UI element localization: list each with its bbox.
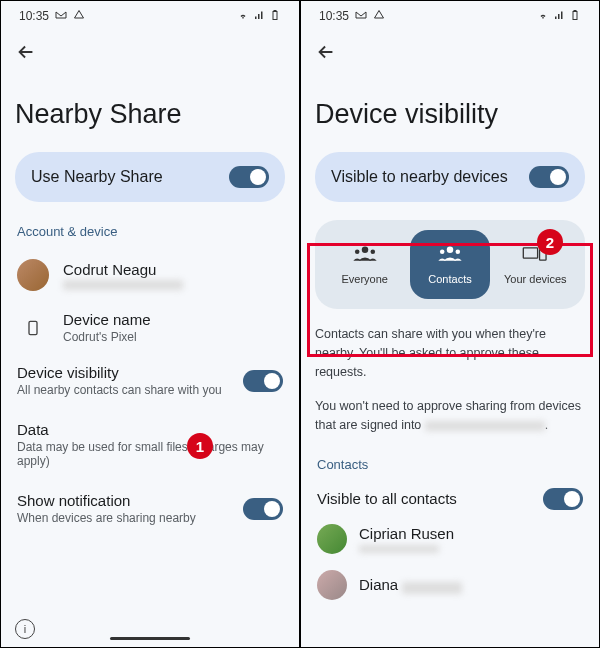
contact-name-prefix: Diana (359, 576, 402, 593)
svg-rect-1 (274, 10, 276, 11)
phone-right: 10:35 Device visibility Visible to nearb… (300, 0, 600, 648)
phone-left: 10:35 Nearby Share Use Nearby Share (0, 0, 300, 648)
drive-icon (73, 9, 85, 24)
status-time: 10:35 (19, 9, 49, 23)
device-visibility-toggle[interactable] (243, 370, 283, 392)
visible-all-contacts-toggle[interactable] (543, 488, 583, 510)
visible-all-contacts-row[interactable]: Visible to all contacts (315, 482, 585, 516)
signal-icon (553, 9, 565, 24)
contact-name-hidden (402, 582, 462, 594)
section-account-device: Account & device (17, 224, 285, 239)
gmail-icon (355, 9, 367, 24)
callout-2: 2 (537, 229, 563, 255)
use-nearby-share-toggle-card[interactable]: Use Nearby Share (15, 152, 285, 202)
svg-rect-3 (573, 11, 577, 19)
account-avatar (17, 259, 49, 291)
data-title: Data (17, 421, 273, 438)
account-email-hidden (63, 280, 183, 290)
account-hidden (425, 421, 545, 431)
page-title: Device visibility (315, 99, 585, 130)
visible-nearby-toggle-card[interactable]: Visible to nearby devices (315, 152, 585, 202)
svg-rect-2 (29, 321, 37, 334)
toggle-label: Visible to nearby devices (331, 168, 508, 186)
device-name-label: Device name (63, 311, 283, 328)
callout-1: 1 (187, 433, 213, 459)
svg-rect-4 (574, 10, 576, 11)
contact-avatar (317, 524, 347, 554)
device-name-value: Codrut's Pixel (63, 330, 283, 344)
visible-nearby-toggle[interactable] (529, 166, 569, 188)
wifi-icon (537, 9, 549, 24)
battery-icon (269, 9, 281, 24)
svg-rect-0 (273, 11, 277, 19)
contact-avatar (317, 570, 347, 600)
notification-row[interactable]: Show notification When devices are shari… (15, 478, 285, 535)
contact-name: Diana (359, 576, 462, 594)
back-button[interactable] (315, 41, 339, 69)
notification-toggle[interactable] (243, 498, 283, 520)
nav-home-pill[interactable] (110, 637, 190, 640)
phone-icon (17, 312, 49, 344)
device-visibility-title: Device visibility (17, 364, 233, 381)
status-time: 10:35 (319, 9, 349, 23)
drive-icon (373, 9, 385, 24)
device-visibility-sub: All nearby contacts can share with you (17, 383, 233, 397)
info-icon[interactable]: i (15, 619, 35, 639)
account-name: Codrut Neagu (63, 261, 283, 278)
contact-row[interactable]: Ciprian Rusen (315, 516, 585, 562)
toggle-label: Use Nearby Share (31, 168, 163, 186)
highlight-box (307, 243, 593, 357)
notification-title: Show notification (17, 492, 233, 509)
account-row[interactable]: Codrut Neagu (15, 249, 285, 301)
signal-icon (253, 9, 265, 24)
battery-icon (569, 9, 581, 24)
section-contacts: Contacts (317, 457, 585, 472)
visibility-description-2: You won't need to approve sharing from d… (315, 397, 585, 435)
device-visibility-row[interactable]: Device visibility All nearby contacts ca… (15, 354, 285, 407)
back-button[interactable] (15, 41, 39, 69)
gmail-icon (55, 9, 67, 24)
contact-name: Ciprian Rusen (359, 525, 454, 542)
device-name-row[interactable]: Device name Codrut's Pixel (15, 301, 285, 354)
status-bar: 10:35 (315, 1, 585, 31)
data-sub: Data may be used for small files (charge… (17, 440, 273, 468)
contact-email-hidden (359, 545, 439, 553)
notification-sub: When devices are sharing nearby (17, 511, 233, 525)
wifi-icon (237, 9, 249, 24)
use-nearby-share-toggle[interactable] (229, 166, 269, 188)
contact-row[interactable]: Diana (315, 562, 585, 608)
status-bar: 10:35 (15, 1, 285, 31)
visible-all-label: Visible to all contacts (317, 490, 457, 507)
data-row[interactable]: Data Data may be used for small files (c… (15, 407, 285, 478)
page-title: Nearby Share (15, 99, 285, 130)
